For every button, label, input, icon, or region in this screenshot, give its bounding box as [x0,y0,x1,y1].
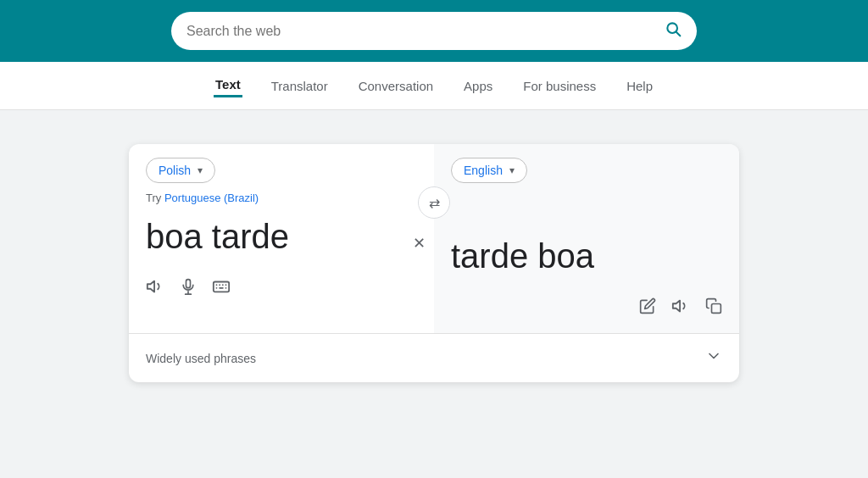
nav-item-apps[interactable]: Apps [462,75,494,97]
search-bar[interactable] [171,12,697,50]
swap-button[interactable]: ⇄ [418,186,450,219]
try-link[interactable]: Portuguese (Brazil) [164,192,259,204]
translated-text: tarde boa [451,236,722,276]
mic-icon[interactable] [180,278,197,299]
clear-button[interactable]: ✕ [413,234,426,253]
right-panel: tarde boa [434,183,739,333]
target-speaker-icon[interactable] [671,297,690,320]
source-language-chevron-icon: ▾ [198,164,203,176]
phrases-label: Widely used phrases [146,352,256,365]
speaker-icon[interactable] [146,277,164,300]
phrases-row[interactable]: Widely used phrases [129,334,739,382]
target-action-icons [451,297,722,326]
svg-rect-6 [214,282,229,292]
nav-item-text[interactable]: Text [214,74,242,97]
translator-card: Polish ▾ English ▾ ⇄ Try Portugue [129,144,739,382]
target-language-chevron-icon: ▾ [509,164,515,176]
left-panel: Try Portuguese (Brazil) boa tarde [129,183,434,333]
edit-icon[interactable] [639,297,656,319]
search-icon[interactable] [665,20,682,42]
phrases-chevron-icon [705,347,722,369]
target-language-label: English [464,164,503,177]
svg-line-1 [676,32,681,36]
nav-item-conversation[interactable]: Conversation [357,75,435,97]
svg-rect-3 [186,280,191,288]
svg-rect-15 [712,304,721,314]
keyboard-icon[interactable] [212,277,231,300]
search-input[interactable] [186,24,656,39]
svg-marker-2 [147,281,154,292]
target-language-selector[interactable]: English ▾ [451,158,527,183]
panels-header: Polish ▾ English ▾ ⇄ [129,144,739,183]
right-header: English ▾ [434,144,739,183]
nav-item-translator[interactable]: Translator [270,75,330,97]
main-content: Polish ▾ English ▾ ⇄ Try Portugue [0,110,868,416]
try-suggestion: Try Portuguese (Brazil) [146,192,417,204]
source-action-icons [146,277,417,307]
nav-item-help[interactable]: Help [625,75,654,97]
svg-marker-14 [673,301,680,312]
source-language-selector[interactable]: Polish ▾ [146,158,215,183]
source-language-label: Polish [159,164,191,177]
source-text: boa tarde [146,216,417,257]
header [0,0,868,62]
copy-icon[interactable] [705,297,722,319]
swap-icon: ⇄ [429,195,440,211]
nav-item-for-business[interactable]: For business [521,75,598,97]
nav-bar: Text Translator Conversation Apps For bu… [0,62,868,110]
left-header: Polish ▾ [129,144,434,183]
